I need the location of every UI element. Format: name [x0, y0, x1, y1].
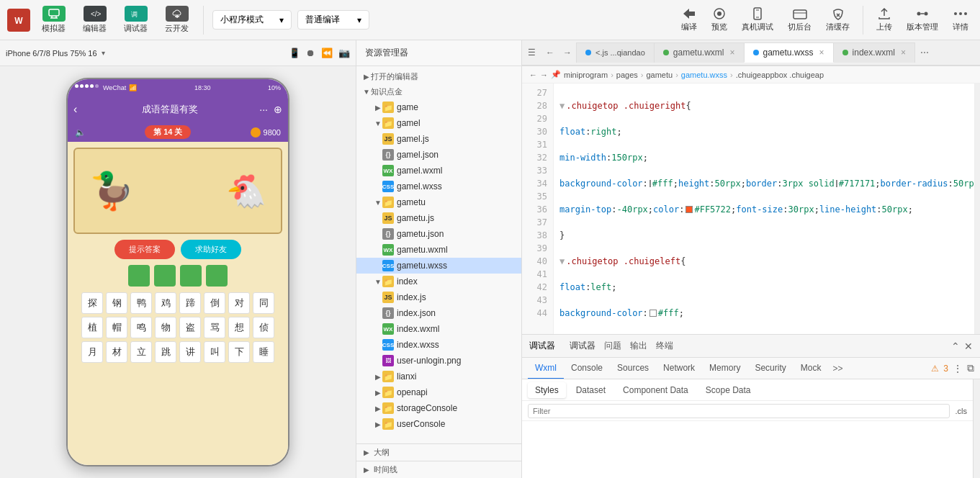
nav-back-icon[interactable]: ←: [541, 48, 559, 58]
subtab-component-data[interactable]: Component Data: [616, 382, 696, 398]
char-btn[interactable]: 同: [253, 292, 274, 314]
popout-icon[interactable]: ⧉: [967, 362, 974, 374]
editor-btn[interactable]: </> 编辑器: [77, 3, 112, 37]
devtools-scrollbar[interactable]: [973, 379, 980, 478]
file-gamel-wxml[interactable]: WX gamel.wxml: [356, 163, 521, 179]
filter-input[interactable]: [528, 404, 950, 418]
breadcrumb-item-3[interactable]: gametu: [646, 71, 673, 79]
expand-icon[interactable]: ⌃: [951, 341, 960, 352]
folder-index[interactable]: ▼ 📁 index: [356, 274, 521, 289]
settings-icon[interactable]: ⋮: [953, 363, 963, 374]
tab-close-icon[interactable]: ×: [901, 48, 906, 58]
subtab-scope-data[interactable]: Scope Data: [698, 382, 758, 398]
answer-slot-3[interactable]: [180, 265, 202, 287]
char-btn[interactable]: 物: [155, 317, 176, 338]
settings-icon[interactable]: ⊕: [274, 104, 282, 115]
code-content[interactable]: ▼.chuigetop .chuigeright{ float:right; m…: [554, 84, 974, 334]
char-btn[interactable]: 叫: [204, 341, 225, 363]
char-btn[interactable]: 跳: [155, 341, 176, 363]
devtab-more-icon[interactable]: >>: [828, 364, 847, 374]
outline-section[interactable]: ▶ 大纲: [356, 443, 521, 461]
version-btn[interactable]: 版本管理: [902, 4, 943, 35]
char-btn[interactable]: 鸡: [155, 292, 176, 314]
char-btn[interactable]: 骂: [204, 317, 225, 338]
detail-btn[interactable]: 详情: [948, 4, 973, 35]
char-btn[interactable]: 植: [81, 317, 103, 338]
char-btn[interactable]: 想: [228, 317, 250, 338]
tab-gametu-wxml[interactable]: gametu.wxml ×: [654, 42, 745, 63]
cls-button[interactable]: .cls: [956, 407, 968, 415]
char-btn[interactable]: 盗: [179, 317, 201, 338]
tab-gametu-wxss[interactable]: gametu.wxss ×: [744, 42, 834, 63]
char-btn[interactable]: 材: [106, 341, 127, 363]
devtab-sources[interactable]: Sources: [610, 358, 656, 379]
char-btn[interactable]: 钢: [106, 292, 127, 314]
subtab-styles[interactable]: Styles: [528, 382, 566, 398]
char-btn[interactable]: 睡: [253, 341, 274, 363]
file-index-js[interactable]: JS index.js: [356, 289, 521, 305]
char-btn[interactable]: 月: [81, 341, 103, 363]
volume-icon[interactable]: 🔈: [75, 127, 86, 137]
tab-close-icon[interactable]: ×: [730, 48, 735, 58]
screenshot-icon[interactable]: 📷: [338, 48, 350, 58]
nav-menu-icon[interactable]: ☰: [522, 48, 541, 58]
breadcrumb-item-4[interactable]: gametu.wxss: [681, 71, 727, 79]
file-gamel-json[interactable]: {} gamel.json: [356, 147, 521, 163]
subtab-dataset[interactable]: Dataset: [569, 382, 613, 398]
devtab-memory[interactable]: Memory: [702, 358, 747, 379]
answer-slot-2[interactable]: [154, 265, 176, 287]
file-gametu-js[interactable]: JS gametu.js: [356, 210, 521, 226]
compile-select[interactable]: 普通编译 ▾: [297, 10, 369, 30]
knowledge-section[interactable]: ▼ 知识点金: [356, 84, 521, 99]
breadcrumb-nav-forward[interactable]: →: [540, 71, 548, 79]
devtab-terminal[interactable]: 终端: [653, 338, 676, 353]
breadcrumb-item-1[interactable]: miniprogram: [564, 71, 608, 79]
char-btn[interactable]: 倒: [204, 292, 225, 314]
char-btn[interactable]: 对: [228, 292, 250, 314]
tab-index-wxml[interactable]: index.wxml ×: [833, 42, 915, 63]
folder-user[interactable]: ▶ 📁 userConsole: [356, 416, 521, 432]
preview-btn[interactable]: 预览: [707, 4, 732, 35]
mode-select[interactable]: 小程序模式 ▾: [212, 10, 292, 30]
file-gamel-js[interactable]: JS gamel.js: [356, 131, 521, 147]
char-btn[interactable]: 鸣: [130, 317, 152, 338]
nav-forward-icon[interactable]: →: [559, 48, 576, 58]
devtab-issues[interactable]: 问题: [601, 338, 624, 353]
rewind-icon[interactable]: ⏪: [321, 48, 333, 58]
file-gametu-wxml[interactable]: WX gametu.wxml: [356, 242, 521, 258]
answer-slot-4[interactable]: [206, 265, 228, 287]
file-gametu-json[interactable]: {} gametu.json: [356, 226, 521, 242]
file-user-unlogin[interactable]: 🖼 user-unlogin.png: [356, 353, 521, 369]
file-gametu-wxss[interactable]: CSS gametu.wxss: [356, 258, 521, 274]
record-icon[interactable]: ⏺: [306, 48, 315, 58]
debugger-btn[interactable]: 调 调试器: [118, 3, 153, 37]
char-btn[interactable]: 侦: [253, 317, 274, 338]
devtab-console[interactable]: Console: [564, 358, 610, 379]
folder-lianxi[interactable]: ▶ 📁 lianxi: [356, 369, 521, 384]
real-debug-btn[interactable]: 真机调试: [737, 4, 778, 35]
phone-icon[interactable]: 📱: [289, 48, 300, 58]
char-btn[interactable]: 下: [228, 341, 250, 363]
char-btn[interactable]: 帽: [106, 317, 127, 338]
clean-btn[interactable]: 清缓存: [822, 4, 854, 35]
folder-game[interactable]: ▶ 📁 game: [356, 99, 521, 115]
char-btn[interactable]: 立: [130, 341, 152, 363]
compile-btn[interactable]: 编译: [677, 4, 701, 35]
char-btn[interactable]: 蹄: [179, 292, 201, 314]
simulator-btn[interactable]: 模拟器: [36, 3, 71, 37]
open-editors-section[interactable]: ▶ 打开的编辑器: [356, 69, 521, 84]
tab-js-qiandao[interactable]: <.js ...qiandao: [576, 42, 655, 63]
folder-gametu[interactable]: ▼ 📁 gametu: [356, 194, 521, 210]
folder-gamel[interactable]: ▼ 📁 gamel: [356, 115, 521, 131]
back-icon[interactable]: ‹: [73, 103, 77, 116]
upload-btn[interactable]: 上传: [872, 4, 896, 35]
tab-more-icon[interactable]: ⋯: [914, 48, 935, 58]
answer-slot-1[interactable]: [128, 265, 150, 287]
char-btn[interactable]: 讲: [179, 341, 201, 363]
backend-btn[interactable]: 切后台: [783, 4, 816, 35]
folder-storage[interactable]: ▶ 📁 storageConsole: [356, 400, 521, 416]
file-gamel-wxss[interactable]: CSS gamel.wxss: [356, 179, 521, 194]
breadcrumb-nav-back[interactable]: ←: [529, 71, 537, 79]
file-index-wxss[interactable]: CSS index.wxss: [356, 337, 521, 353]
close-icon[interactable]: ✕: [964, 341, 973, 352]
